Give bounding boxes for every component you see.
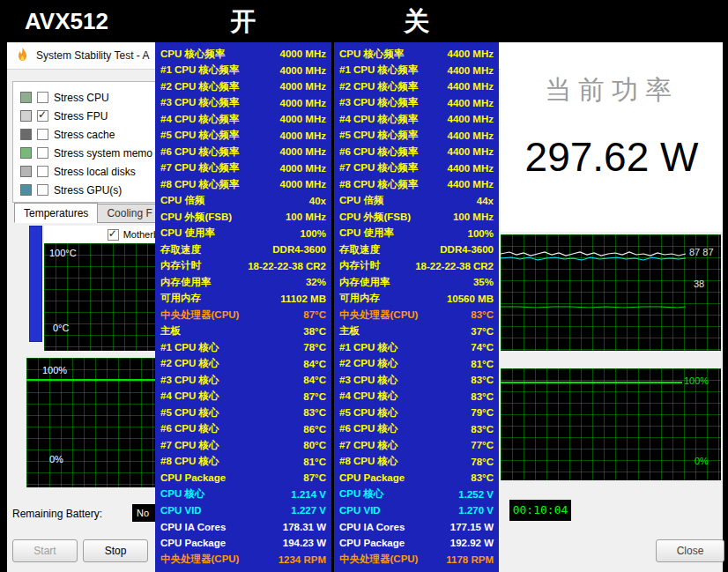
stress-option-label: Stress GPU(s) — [54, 184, 122, 197]
sensor-value: 178.31 W — [283, 522, 326, 532]
stress-option-row[interactable]: Stress GPU(s) — [13, 181, 172, 199]
sensor-label: CPU 倍频 — [339, 194, 383, 207]
sensor-value: 84°C — [303, 359, 326, 369]
stress-option-row[interactable]: Stress local disks — [13, 162, 172, 181]
graph-grid — [44, 243, 162, 351]
sensor-value: 4000 MHz — [280, 65, 326, 76]
stress-option-row[interactable]: Stress system memo — [13, 144, 172, 162]
sensor-value: 100% — [468, 228, 494, 239]
graph-grid — [26, 358, 155, 487]
stress-checkbox[interactable] — [37, 166, 48, 177]
sensor-value: 4400 MHz — [448, 130, 494, 141]
sensor-value: 84°C — [303, 375, 326, 385]
sensor-value: 4000 MHz — [280, 81, 326, 92]
sensor-value: 4400 MHz — [448, 81, 494, 92]
sensor-value: 87°C — [303, 391, 326, 402]
sensor-row: #7 CPU 核心 77°C — [334, 437, 499, 454]
sensor-label: #2 CPU 核心 — [339, 357, 397, 370]
sensor-label: #7 CPU 核心频率 — [339, 161, 418, 175]
sensor-label: #7 CPU 核心频率 — [160, 161, 239, 175]
sensor-value: DDR4-3600 — [440, 244, 494, 255]
sensor-label: CPU Package — [339, 538, 405, 548]
sensor-value: DDR4-3600 — [272, 244, 326, 255]
sensor-row: #4 CPU 核心 83°C — [334, 389, 499, 405]
sensor-value: 4400 MHz — [448, 114, 494, 124]
sensor-value: 1.252 V — [458, 489, 494, 500]
sensor-value: 100% — [301, 228, 326, 239]
stress-option-row[interactable]: Stress CPU — [13, 88, 172, 107]
sensor-value: 4000 MHz — [280, 98, 326, 108]
column-label-on: 开 — [155, 0, 331, 42]
tab-bar: Temperatures Cooling F — [14, 203, 162, 223]
sensor-value: 40x — [309, 196, 326, 206]
stress-option-label: Stress CPU — [54, 92, 109, 104]
stress-checkbox[interactable] — [37, 92, 48, 103]
stress-checkbox[interactable] — [37, 129, 48, 140]
stress-option-label: Stress system memo — [54, 147, 152, 160]
sensor-row: #6 CPU 核心 86°C — [155, 421, 331, 438]
sensor-row: CPU 核心 1.252 V — [334, 487, 499, 503]
sensor-label: CPU 核心 — [339, 487, 383, 501]
sensor-value: 4000 MHz — [280, 179, 326, 189]
sensor-panels: CPU 核心频率 4000 MHz #1 CPU 核心频率 4000 MHz #… — [155, 42, 499, 572]
sensor-value: 44x — [477, 196, 494, 206]
sensor-label: CPU 外频(FSB) — [339, 211, 411, 224]
graph-scrollbar[interactable] — [29, 226, 42, 342]
sensor-value: 83°C — [471, 375, 494, 385]
sensor-label: #1 CPU 核心 — [160, 341, 219, 354]
sensor-value: 83°C — [471, 309, 494, 320]
stress-option-row[interactable]: Stress cache — [13, 125, 172, 144]
sensor-value: 77°C — [471, 440, 494, 450]
sensor-row: 存取速度 DDR4-3600 — [155, 241, 331, 258]
sensor-label: #6 CPU 核心 — [160, 422, 219, 435]
sensor-value: 4400 MHz — [448, 65, 494, 76]
stress-checkbox[interactable] — [37, 110, 48, 122]
tab-cooling-fans[interactable]: Cooling F — [97, 204, 161, 223]
sensor-label: #6 CPU 核心 — [339, 422, 397, 435]
sensor-row: #2 CPU 核心 81°C — [334, 356, 499, 373]
screenshot-root: AVX512 开 关 System Stability Test - A Str… — [0, 0, 728, 572]
sensor-row: CPU 外频(FSB) 100 MHz — [334, 209, 499, 226]
sensor-row: #2 CPU 核心 84°C — [155, 356, 331, 373]
sensor-row: 可用内存 11102 MB — [155, 291, 331, 308]
sensor-label: 存取速度 — [160, 243, 201, 256]
legend-checkbox-motherboard[interactable] — [108, 229, 119, 241]
usage-axis-bottom: 0% — [49, 454, 63, 464]
sensor-row: CPU IA Cores 177.15 W — [334, 519, 499, 536]
sensor-row: 主板 38°C — [155, 323, 331, 340]
top-banner: AVX512 开 关 — [0, 0, 728, 42]
stress-option-label: Stress local disks — [54, 166, 136, 178]
sensor-label: #4 CPU 核心频率 — [160, 113, 239, 126]
sensor-value: 87°C — [303, 309, 326, 320]
sensor-row: #8 CPU 核心频率 4400 MHz — [334, 176, 499, 193]
tab-temperatures[interactable]: Temperatures — [14, 203, 98, 223]
stress-checkbox[interactable] — [37, 147, 48, 159]
sensor-row: CPU 核心频率 4400 MHz — [334, 46, 499, 63]
stress-checkbox[interactable] — [37, 184, 48, 196]
sensor-row: CPU 使用率 100% — [155, 226, 331, 242]
sensor-row: 中央处理器(CPU) 87°C — [155, 307, 331, 323]
sensor-row: #4 CPU 核心频率 4400 MHz — [334, 111, 499, 128]
sensor-label: #3 CPU 核心 — [160, 374, 219, 387]
stop-button[interactable]: Stop — [83, 539, 148, 562]
sensor-value: 4400 MHz — [448, 98, 494, 108]
sensor-label: #7 CPU 核心 — [339, 439, 397, 452]
sensor-label: #5 CPU 核心频率 — [160, 129, 239, 142]
sensor-value: 81°C — [471, 359, 494, 369]
stress-option-row[interactable]: Stress FPU — [13, 107, 172, 125]
sensor-row: CPU Package 87°C — [155, 470, 331, 487]
sensor-row: #6 CPU 核心频率 4400 MHz — [334, 144, 499, 160]
sensor-value: 100 MHz — [453, 212, 494, 222]
column-label-off: 关 — [334, 0, 499, 42]
sensor-row: #1 CPU 核心频率 4400 MHz — [334, 63, 499, 79]
sensor-row: #5 CPU 核心频率 4400 MHz — [334, 128, 499, 145]
start-button[interactable]: Start — [12, 539, 78, 562]
sensor-value: 4400 MHz — [448, 179, 494, 189]
sensor-label: CPU 核心频率 — [160, 48, 225, 61]
sensor-value: 4000 MHz — [280, 146, 326, 157]
usage-graph-left: 100% 0% — [26, 358, 155, 487]
stress-options-group: Stress CPU Stress FPU Stress cache — [12, 81, 173, 203]
sensor-row: CPU Package 83°C — [334, 470, 499, 487]
sensor-row: #4 CPU 核心 87°C — [155, 389, 331, 405]
close-button[interactable]: Close — [656, 539, 724, 562]
